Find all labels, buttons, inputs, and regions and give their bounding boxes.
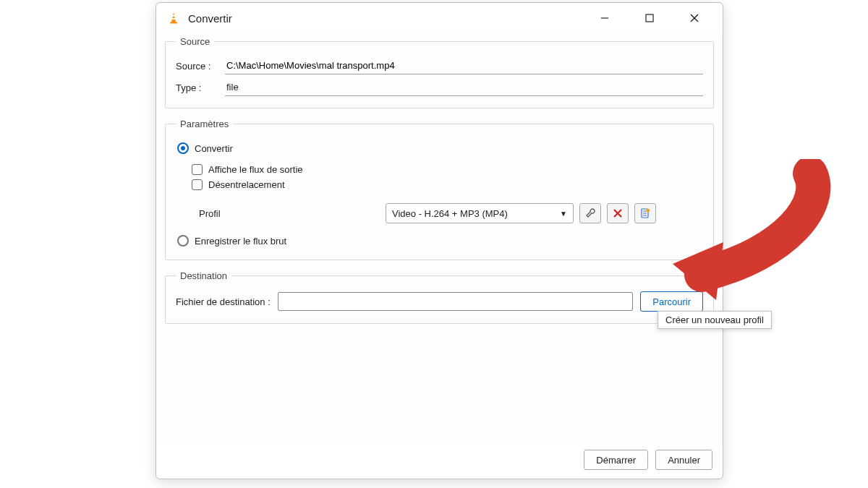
edit-profile-button[interactable]: [579, 203, 601, 223]
profile-select-value: Video - H.264 + MP3 (MP4): [392, 208, 508, 219]
dialog-footer: Démarrer Annuler: [156, 444, 723, 479]
deinterlace-label: Désentrelacement: [208, 179, 285, 190]
svg-rect-3: [170, 22, 177, 24]
dump-raw-radio-row[interactable]: Enregistrer le flux brut: [177, 235, 703, 247]
new-document-icon: [639, 207, 651, 219]
svg-rect-1: [172, 15, 175, 17]
convert-dialog: Convertir Source Source : Type : file: [156, 2, 723, 479]
window-title: Convertir: [188, 12, 232, 25]
svg-marker-0: [171, 12, 176, 22]
delete-profile-button[interactable]: [607, 203, 629, 223]
convert-radio-row[interactable]: Convertir: [177, 142, 703, 154]
show-output-row[interactable]: Affiche le flux de sortie: [192, 164, 703, 175]
profile-row: Profil Video - H.264 + MP3 (MP4) ▼: [199, 203, 703, 223]
svg-rect-5: [646, 14, 653, 22]
close-button[interactable]: [679, 7, 710, 29]
cancel-button[interactable]: Annuler: [655, 450, 712, 470]
source-label: Source :: [176, 61, 219, 72]
destination-input[interactable]: [278, 292, 633, 311]
minimize-button[interactable]: [590, 7, 620, 29]
new-profile-button[interactable]: [634, 203, 656, 223]
parameters-group: Paramètres Convertir Affiche le flux de …: [165, 119, 714, 260]
dump-raw-label: Enregistrer le flux brut: [195, 236, 286, 247]
parameters-legend: Paramètres: [176, 119, 233, 129]
show-output-checkbox[interactable]: [192, 164, 203, 175]
x-icon: [613, 208, 623, 218]
deinterlace-row[interactable]: Désentrelacement: [192, 179, 703, 190]
source-path-field[interactable]: [225, 57, 703, 74]
convert-radio-label: Convertir: [195, 143, 233, 154]
svg-point-14: [647, 209, 650, 213]
source-group: Source Source : Type : file: [165, 36, 714, 108]
dialog-content: Source Source : Type : file Paramètres C…: [156, 33, 723, 444]
destination-legend: Destination: [176, 270, 231, 281]
type-label: Type :: [176, 82, 219, 93]
deinterlace-checkbox[interactable]: [192, 179, 203, 190]
window-controls: [590, 7, 717, 29]
svg-rect-2: [171, 18, 175, 20]
maximize-button[interactable]: [634, 7, 665, 29]
type-value: file: [225, 79, 703, 96]
dump-raw-radio[interactable]: [177, 235, 189, 247]
show-output-label: Affiche le flux de sortie: [208, 164, 303, 175]
titlebar: Convertir: [156, 3, 723, 33]
profile-select[interactable]: Video - H.264 + MP3 (MP4) ▼: [386, 203, 574, 223]
destination-group: Destination Fichier de destination : Par…: [165, 270, 714, 324]
profile-label: Profil: [199, 208, 235, 219]
vlc-cone-icon: [166, 11, 181, 25]
start-button[interactable]: Démarrer: [584, 450, 648, 470]
chevron-down-icon: ▼: [560, 210, 567, 218]
source-legend: Source: [176, 36, 214, 47]
wrench-icon: [584, 207, 596, 219]
convert-radio[interactable]: [177, 142, 189, 154]
browse-button[interactable]: Parcourir: [640, 291, 703, 312]
destination-label: Fichier de destination :: [176, 296, 271, 307]
new-profile-tooltip: Créer un nouveau profil: [658, 311, 772, 329]
